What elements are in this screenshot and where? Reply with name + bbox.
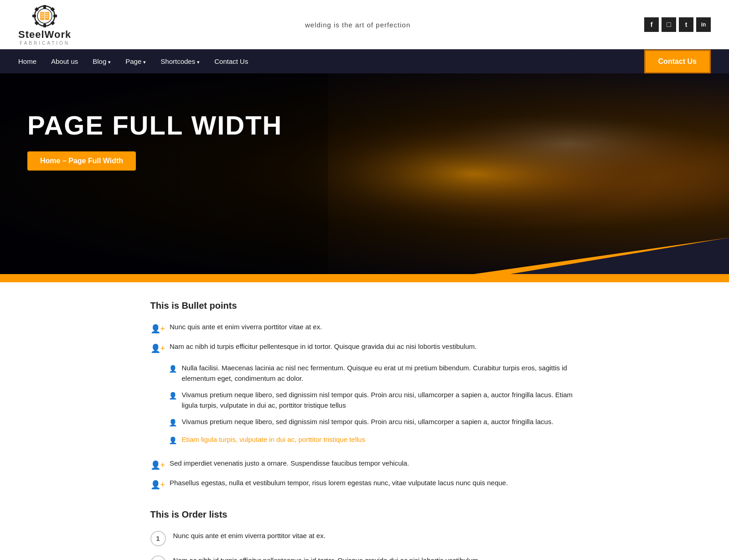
nav-blog[interactable]: Blog (93, 57, 111, 65)
svg-rect-2 (43, 5, 46, 9)
twitter-icon[interactable]: t (679, 17, 693, 32)
bullet-list: 👤+ Nunc quis ante et enim viverra portti… (150, 322, 579, 491)
nav-bar: Home About us Blog Page Shortcodes Conta… (0, 49, 635, 73)
bullet-icon: 👤 (169, 364, 177, 374)
logo: SteelWork FABRICATION (18, 4, 71, 46)
order-number-2: 2 (150, 555, 166, 560)
bullet-icon: 👤 (169, 436, 177, 446)
nav-shortcodes[interactable]: Shortcodes (160, 57, 200, 65)
facebook-icon[interactable]: f (644, 17, 659, 32)
tagline: welding is the art of perfection (305, 21, 410, 29)
list-item: 👤 Nulla facilisi. Maecenas lacinia ac ni… (169, 363, 579, 384)
bullet-section-title: This is Bullet points (150, 301, 579, 311)
list-item: 👤+ Nunc quis ante et enim viverra portti… (150, 322, 579, 335)
order-list: 1 Nunc quis ante et enim viverra porttit… (150, 531, 579, 560)
nav-home[interactable]: Home (18, 57, 36, 65)
svg-rect-5 (53, 15, 57, 17)
nav-links: Home About us Blog Page Shortcodes Conta… (18, 49, 248, 73)
contact-us-button[interactable]: Contact Us (644, 50, 711, 73)
instagram-icon[interactable]: □ (662, 17, 676, 32)
main-content: This is Bullet points 👤+ Nunc quis ante … (141, 282, 588, 560)
linkedin-icon[interactable]: in (696, 17, 711, 32)
sub-bullet-list: 👤 Nulla facilisi. Maecenas lacinia ac ni… (169, 363, 579, 452)
nav-page[interactable]: Page (125, 57, 146, 65)
bullet-icon: 👤+ (150, 459, 165, 472)
blog-chevron (108, 57, 111, 65)
social-icons: f □ t in (644, 17, 711, 32)
logo-icon (31, 4, 58, 29)
logo-text: SteelWork (18, 29, 71, 41)
shortcodes-chevron (197, 57, 200, 65)
bullet-icon: 👤+ (150, 479, 165, 491)
orange-strip (0, 274, 729, 282)
list-item: 👤 Vivamus pretium neque libero, sed dign… (169, 417, 579, 428)
list-item: 👤 Vivamus pretium neque libero, sed dign… (169, 390, 579, 410)
order-section-title: This is Order lists (150, 509, 579, 520)
order-number-1: 1 (150, 531, 166, 546)
nav-about[interactable]: About us (51, 57, 78, 65)
bullet-icon: 👤+ (150, 342, 165, 355)
svg-rect-8 (35, 21, 39, 26)
logo-sub: FABRICATION (20, 41, 70, 46)
svg-rect-9 (51, 21, 55, 26)
header-top: SteelWork FABRICATION welding is the art… (0, 0, 729, 49)
bullet-icon: 👤 (169, 391, 177, 401)
hero-breadcrumb[interactable]: Home – Page Full Width (27, 151, 136, 171)
list-item: 2 Nam ac nibh id turpis efficitur pellen… (150, 555, 579, 560)
list-item: 👤+ Nam ac nibh id turpis efficitur pelle… (150, 342, 579, 452)
svg-rect-4 (32, 15, 36, 17)
list-item: 👤+ Sed imperdiet venenatis justo a ornar… (150, 458, 579, 472)
bullet-icon: 👤+ (150, 323, 165, 335)
nav-contact[interactable]: Contact Us (214, 57, 248, 65)
list-item: 👤+ Phasellus egestas, nulla et vestibulu… (150, 478, 579, 491)
list-item: 👤 Etiam ligula turpis, vulputate in dui … (169, 435, 579, 446)
hero: PAGE FULL WIDTH Home – Page Full Width (0, 73, 729, 274)
bullet-icon: 👤 (169, 418, 177, 428)
hero-title: PAGE FULL WIDTH (27, 110, 702, 140)
order-section: This is Order lists 1 Nunc quis ante et … (150, 509, 579, 560)
page-chevron (143, 57, 146, 65)
list-item: 1 Nunc quis ante et enim viverra porttit… (150, 531, 579, 546)
hero-content: PAGE FULL WIDTH Home – Page Full Width (0, 73, 729, 207)
svg-rect-3 (43, 24, 46, 27)
